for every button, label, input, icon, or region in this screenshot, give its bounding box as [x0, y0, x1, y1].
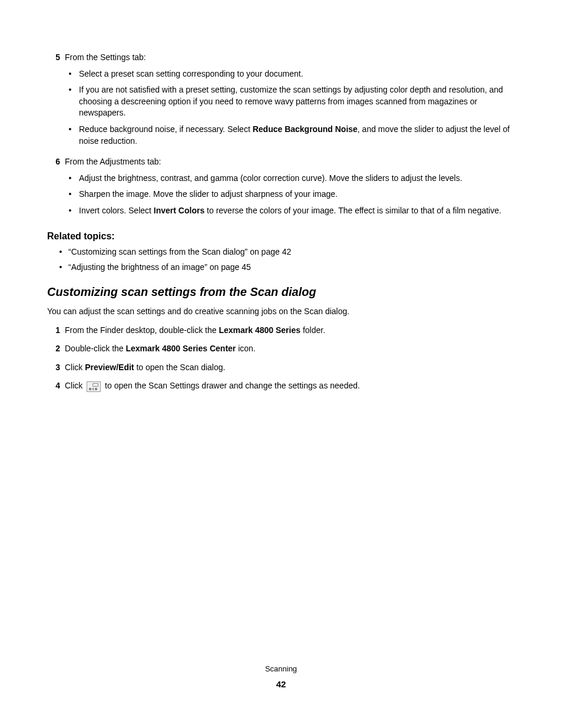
list-item: 2 Double-click the Lexmark 4800 Series C…: [47, 343, 515, 355]
document-page: 5 From the Settings tab: • Select a pres…: [0, 0, 562, 392]
step-content: From the Finder desktop, double-click th…: [65, 325, 515, 337]
text-prefix: Double-click the: [65, 344, 126, 353]
section-intro: You can adjust the scan settings and do …: [47, 306, 515, 318]
step-number: 2: [47, 343, 60, 355]
bullet-item: • Reduce background noise, if necessary.…: [65, 124, 515, 147]
related-link-text: “Customizing scan settings from the Scan…: [68, 246, 291, 258]
bullet-item: • Invert colors. Select Invert Colors to…: [65, 205, 515, 217]
text-prefix: Reduce background noise, if necessary. S…: [79, 124, 253, 134]
bullet-text: If you are not satisfied with a preset s…: [79, 84, 515, 119]
text-bold: Lexmark 4800 Series Center: [126, 344, 236, 353]
bullet-list: • Select a preset scan setting correspon…: [65, 68, 515, 147]
bullet-dot: •: [65, 68, 75, 80]
bullet-dot: •: [65, 124, 75, 147]
bullet-text: Invert colors. Select Invert Colors to r…: [79, 205, 515, 217]
step-content: Click Preview/Edit to open the Scan dial…: [65, 362, 515, 374]
procedure-steps: 1 From the Finder desktop, double-click …: [47, 325, 515, 392]
bullet-text: Sharpen the image. Move the slider to ad…: [79, 189, 515, 200]
text-suffix: to reverse the colors of your image. The…: [204, 206, 501, 215]
bullet-text: Select a preset scan setting correspondi…: [79, 68, 515, 80]
step-number: 6: [47, 156, 60, 223]
step-number: 1: [47, 325, 60, 337]
step-content: Double-click the Lexmark 4800 Series Cen…: [65, 343, 515, 355]
text-suffix: folder.: [300, 325, 325, 335]
bullet-dot: •: [55, 262, 66, 274]
text-prefix: Click: [65, 381, 85, 390]
related-topics-heading: Related topics:: [47, 230, 515, 243]
bullet-dot: •: [65, 205, 75, 217]
section-heading: Customizing scan settings from the Scan …: [47, 284, 515, 300]
bullet-text: Adjust the brightness, contrast, and gam…: [79, 173, 515, 185]
text-prefix: Click: [65, 363, 85, 372]
bullet-dot: •: [55, 246, 66, 258]
text-suffix: icon.: [236, 344, 255, 353]
step-content: Click to open the Scan Settings drawer a…: [65, 380, 515, 392]
scan-settings-icon: [87, 381, 101, 392]
bullet-item: • Select a preset scan setting correspon…: [65, 68, 515, 80]
page-footer: Scanning 42: [0, 664, 562, 690]
text-bold: Reduce Background Noise: [253, 124, 358, 134]
step-number: 5: [47, 52, 60, 154]
step-5: 5 From the Settings tab: • Select a pres…: [47, 52, 515, 154]
list-item: 3 Click Preview/Edit to open the Scan di…: [47, 362, 515, 374]
bullet-dot: •: [65, 189, 75, 200]
bullet-list: • Adjust the brightness, contrast, and g…: [65, 173, 515, 217]
step-intro: From the Settings tab:: [65, 52, 515, 64]
text-prefix: Invert colors. Select: [79, 206, 154, 215]
text-prefix: From the Finder desktop, double-click th…: [65, 325, 219, 335]
bullet-dot: •: [65, 173, 75, 185]
bullet-dot: •: [65, 84, 75, 119]
list-item: 4 Click to open the Scan Settings drawer…: [47, 380, 515, 392]
text-bold: Lexmark 4800 Series: [219, 325, 300, 335]
footer-section-label: Scanning: [0, 664, 562, 674]
list-item: 6 From the Adjustments tab: • Adjust the…: [47, 156, 515, 223]
bullet-item: • Adjust the brightness, contrast, and g…: [65, 173, 515, 185]
step-number: 4: [47, 380, 60, 392]
list-item: 1 From the Finder desktop, double-click …: [47, 325, 515, 337]
step-number: 3: [47, 362, 60, 374]
text-bold: Preview/Edit: [85, 363, 134, 372]
list-item: 5 From the Settings tab: • Select a pres…: [47, 52, 515, 154]
text-bold: Invert Colors: [154, 206, 204, 215]
bullet-item: • If you are not satisfied with a preset…: [65, 84, 515, 119]
text-suffix: to open the Scan Settings drawer and cha…: [103, 381, 360, 390]
step-intro: From the Adjustments tab:: [65, 156, 515, 168]
bullet-item: • Sharpen the image. Move the slider to …: [65, 189, 515, 200]
footer-page-number: 42: [0, 678, 562, 690]
step-content: From the Settings tab: • Select a preset…: [65, 52, 515, 154]
step-content: From the Adjustments tab: • Adjust the b…: [65, 156, 515, 223]
related-item: • “Customizing scan settings from the Sc…: [55, 246, 515, 258]
step-6: 6 From the Adjustments tab: • Adjust the…: [47, 156, 515, 223]
bullet-text: Reduce background noise, if necessary. S…: [79, 124, 515, 147]
related-topics-list: • “Customizing scan settings from the Sc…: [47, 246, 515, 273]
text-suffix: to open the Scan dialog.: [134, 363, 226, 372]
related-link-text: “Adjusting the brightness of an image” o…: [68, 262, 251, 274]
related-item: • “Adjusting the brightness of an image”…: [55, 262, 515, 274]
